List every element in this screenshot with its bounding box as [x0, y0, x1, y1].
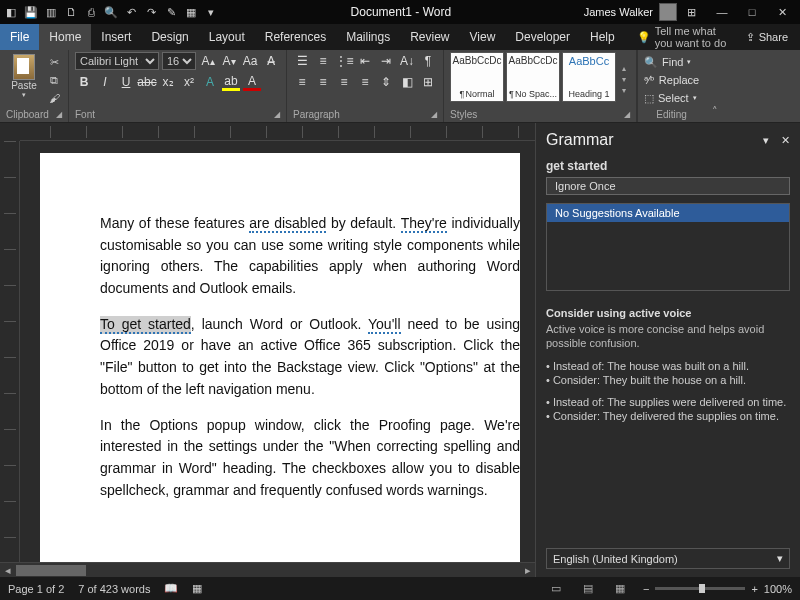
tab-mailings[interactable]: Mailings	[336, 24, 400, 50]
table-icon[interactable]: ▦	[184, 5, 198, 19]
paragraph[interactable]: To get started, launch Word or Outlook. …	[100, 314, 520, 401]
strikethrough-button[interactable]: abc	[138, 73, 156, 91]
tell-me-search[interactable]: 💡 Tell me what you want to do	[625, 24, 734, 50]
read-mode-icon[interactable]: ▭	[547, 581, 565, 597]
cut-icon[interactable]: ✂	[46, 54, 62, 70]
replace-button[interactable]: ᵃ⁄ᵇReplace	[644, 72, 699, 88]
select-button[interactable]: ⬚Select▾	[644, 90, 699, 106]
italic-button[interactable]: I	[96, 73, 114, 91]
horizontal-ruler[interactable]	[20, 123, 535, 141]
highlight-icon[interactable]: ab	[222, 73, 240, 91]
shrink-font-icon[interactable]: A▾	[220, 52, 238, 70]
underline-button[interactable]: U	[117, 73, 135, 91]
ignore-once-button[interactable]: Ignore Once	[546, 177, 790, 195]
subscript-button[interactable]: x₂	[159, 73, 177, 91]
tab-review[interactable]: Review	[400, 24, 459, 50]
align-right-icon[interactable]: ≡	[335, 73, 353, 91]
borders-icon[interactable]: ⊞	[419, 73, 437, 91]
tab-help[interactable]: Help	[580, 24, 625, 50]
style-heading1[interactable]: AaBbCc Heading 1	[562, 52, 616, 102]
vertical-ruler[interactable]	[0, 141, 20, 562]
zoom-out-button[interactable]: −	[643, 583, 649, 595]
suggestion-item[interactable]: No Suggestions Available	[547, 204, 789, 222]
align-left-icon[interactable]: ≡	[293, 73, 311, 91]
print-layout-icon[interactable]: ▤	[579, 581, 597, 597]
clear-formatting-icon[interactable]: A̶	[262, 52, 280, 70]
tab-developer[interactable]: Developer	[505, 24, 580, 50]
undo-icon[interactable]: ↶	[124, 5, 138, 19]
dialog-launcher-icon[interactable]: ◢	[274, 110, 280, 119]
folder-icon[interactable]: ▥	[44, 5, 58, 19]
numbering-icon[interactable]: ≡	[314, 52, 332, 70]
tab-references[interactable]: References	[255, 24, 336, 50]
increase-indent-icon[interactable]: ⇥	[377, 52, 395, 70]
pane-options-icon[interactable]: ▾	[763, 134, 769, 147]
grow-font-icon[interactable]: A▴	[199, 52, 217, 70]
save-icon[interactable]: 💾	[24, 5, 38, 19]
paste-button[interactable]: Paste ▾	[6, 52, 42, 106]
qat-more-icon[interactable]: ▾	[204, 5, 218, 19]
scroll-thumb[interactable]	[16, 565, 86, 576]
language-select[interactable]: English (United Kingdom) ▾	[546, 548, 790, 569]
maximize-button[interactable]: □	[738, 2, 766, 22]
copy-icon[interactable]: ⧉	[46, 72, 62, 88]
style-no-spacing[interactable]: AaBbCcDc ¶No Spac...	[506, 52, 560, 102]
macro-icon[interactable]: ▦	[192, 582, 202, 595]
scroll-left-icon[interactable]: ◂	[0, 563, 15, 578]
collapse-ribbon-icon[interactable]: ˄	[705, 50, 725, 122]
tab-view[interactable]: View	[460, 24, 506, 50]
zoom-level[interactable]: 100%	[764, 583, 792, 595]
spellcheck-icon[interactable]: 📖	[164, 582, 178, 595]
format-painter-icon[interactable]: 🖌	[46, 90, 62, 106]
print-icon[interactable]: ⎙	[84, 5, 98, 19]
find-button[interactable]: 🔍Find▾	[644, 54, 699, 70]
tab-home[interactable]: Home	[39, 24, 91, 50]
sort-icon[interactable]: A↓	[398, 52, 416, 70]
autosave-icon[interactable]: ◧	[4, 5, 18, 19]
redo-icon[interactable]: ↷	[144, 5, 158, 19]
ribbon-display-icon[interactable]: ⊞	[687, 6, 696, 19]
multilevel-icon[interactable]: ⋮≡	[335, 52, 353, 70]
tab-layout[interactable]: Layout	[199, 24, 255, 50]
horizontal-scrollbar[interactable]: ◂ ▸	[0, 562, 535, 577]
minimize-button[interactable]: —	[708, 2, 736, 22]
tab-design[interactable]: Design	[141, 24, 198, 50]
line-spacing-icon[interactable]: ⇕	[377, 73, 395, 91]
font-size-select[interactable]: 16	[162, 52, 196, 70]
zoom-in-button[interactable]: +	[751, 583, 757, 595]
preview-icon[interactable]: 🔍	[104, 5, 118, 19]
new-icon[interactable]: 🗋	[64, 5, 78, 19]
word-count[interactable]: 7 of 423 words	[78, 583, 150, 595]
tab-file[interactable]: File	[0, 24, 39, 50]
document-scroll[interactable]: Many of these features are disabled by d…	[20, 141, 535, 562]
user-account[interactable]: James Walker	[584, 3, 677, 21]
decrease-indent-icon[interactable]: ⇤	[356, 52, 374, 70]
paragraph[interactable]: Many of these features are disabled by d…	[100, 213, 520, 300]
dialog-launcher-icon[interactable]: ◢	[56, 110, 62, 119]
bullets-icon[interactable]: ☰	[293, 52, 311, 70]
edit-icon[interactable]: ✎	[164, 5, 178, 19]
text-effects-icon[interactable]: A	[201, 73, 219, 91]
pane-close-icon[interactable]: ✕	[781, 134, 790, 147]
shading-icon[interactable]: ◧	[398, 73, 416, 91]
dialog-launcher-icon[interactable]: ◢	[624, 110, 630, 119]
change-case-icon[interactable]: Aa	[241, 52, 259, 70]
align-center-icon[interactable]: ≡	[314, 73, 332, 91]
styles-gallery-more[interactable]: ▴▾▾	[618, 52, 630, 106]
show-marks-icon[interactable]: ¶	[419, 52, 437, 70]
superscript-button[interactable]: x²	[180, 73, 198, 91]
paragraph[interactable]: In the Options popup window, click the P…	[100, 415, 520, 502]
bold-button[interactable]: B	[75, 73, 93, 91]
page-indicator[interactable]: Page 1 of 2	[8, 583, 64, 595]
dialog-launcher-icon[interactable]: ◢	[431, 110, 437, 119]
scroll-right-icon[interactable]: ▸	[520, 563, 535, 578]
share-button[interactable]: ⇪ Share	[734, 24, 800, 50]
font-family-select[interactable]: Calibri Light (H	[75, 52, 159, 70]
zoom-slider[interactable]	[655, 587, 745, 590]
style-normal[interactable]: AaBbCcDc ¶Normal	[450, 52, 504, 102]
close-button[interactable]: ✕	[768, 2, 796, 22]
document-page[interactable]: Many of these features are disabled by d…	[40, 153, 520, 562]
justify-icon[interactable]: ≡	[356, 73, 374, 91]
web-layout-icon[interactable]: ▦	[611, 581, 629, 597]
tab-insert[interactable]: Insert	[91, 24, 141, 50]
